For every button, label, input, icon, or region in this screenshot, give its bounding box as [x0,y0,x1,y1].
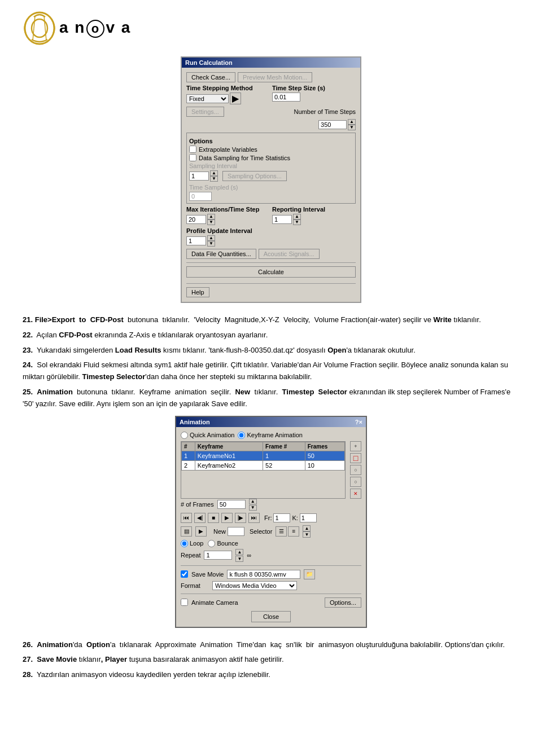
table-row[interactable]: 1 KeyframeNo1 1 50 [182,451,345,460]
quick-animation-radio-label[interactable]: Quick Animation [181,432,234,439]
selector-icons: ☰ ≡ [276,526,299,537]
sampling-options-button[interactable]: Sampling Options... [222,171,287,181]
new-label: New [213,528,226,535]
animate-camera-checkbox[interactable] [181,599,188,606]
profile-update-input[interactable] [186,236,206,245]
time-stepping-arrow[interactable]: ▶ [230,93,241,104]
check-case-button[interactable]: Check Case... [186,72,235,82]
fast-forward-button[interactable]: ⏭ [248,513,260,523]
col-frames: Frames [305,442,344,451]
remaining-paragraphs: 26. Animation'da Option'a tıklanarak App… [23,639,519,681]
quick-animation-radio[interactable] [181,432,188,439]
options-label: Options [189,138,353,144]
data-file-quantities-button[interactable]: Data File Quantities... [186,249,256,259]
selector-up[interactable]: ▲ [303,525,311,531]
max-iter-up[interactable]: ▲ [207,214,215,219]
logo-letter-n: n [75,19,85,37]
sampling-up-arrow[interactable]: ▲ [210,170,218,176]
table-row[interactable]: 2 KeyframeNo2 52 10 [182,460,345,470]
repeat-input[interactable] [204,551,232,560]
repeat-down[interactable]: ▼ [235,556,243,562]
time-steps-up-arrow[interactable]: ▲ [348,119,356,125]
extrapolate-checkbox[interactable] [189,146,196,153]
close-button[interactable]: Close [251,611,291,622]
time-stepping-select[interactable]: Fixed [186,94,229,103]
sampling-interval-input[interactable] [189,172,209,181]
keyframe-animation-radio-label[interactable]: Keyframe Animation [238,432,302,439]
max-iter-input[interactable] [186,215,206,224]
selector-down[interactable]: ▼ [303,531,311,538]
profile-update-label: Profile Update Interval [186,227,356,234]
selector-icon-1[interactable]: ☰ [276,526,287,537]
paragraph-25: 25. Animation butonuna tıklanır. Keyfram… [23,386,519,410]
svg-point-0 [25,12,54,44]
profile-down[interactable]: ▼ [207,241,215,247]
loop-radio-label[interactable]: Loop [181,540,203,547]
save-movie-row: Save Movie 📁 [181,569,361,579]
row2-frames: 10 [305,460,344,470]
reporting-up[interactable]: ▲ [293,214,301,219]
new-keyframe-button[interactable]: + [350,441,361,451]
help-button[interactable]: Help [186,287,209,297]
text-paragraphs: 21. File>Export to CFD-Post butonuna tık… [23,314,519,410]
selector-label: Selector [250,528,272,535]
time-steps-down-arrow[interactable]: ▼ [348,125,356,130]
keyframe-table-container: # Keyframe Frame # Frames 1 KeyframeNo1 … [181,441,346,499]
logo-letter-a1: a [59,19,69,37]
browse-file-button[interactable]: 📁 [304,569,315,579]
k-input[interactable] [300,513,317,522]
keyframe-up-button[interactable]: ○ [350,465,361,475]
max-iter-down[interactable]: ▼ [207,219,215,225]
profile-up[interactable]: ▲ [207,235,215,241]
play-button[interactable]: ▶ [221,513,233,523]
run-calculation-screenshot: Run Calculation Check Case... Preview Me… [23,56,519,303]
preview-mesh-button[interactable]: Preview Mesh Motion... [238,72,312,82]
reporting-interval-input[interactable] [272,215,292,224]
step-forward-button[interactable]: |▶ [235,513,246,523]
keyframe-option-button[interactable]: ○ [350,477,361,487]
paragraph-22: 22. Açılan CFD-Post ekranında Z-Axis e t… [23,329,519,341]
extrapolate-label: Extrapolate Variables [199,146,257,153]
selector-icon-2[interactable]: ≡ [288,526,299,537]
frames-row: # of Frames ▲ ▼ [181,499,361,511]
save-filename-input[interactable] [227,570,300,579]
selector-arrows: ▲ ▼ [303,525,311,538]
step-back-button[interactable]: ◀| [194,513,206,523]
icon-btn-2[interactable]: ▶ [195,526,207,537]
bounce-radio-label[interactable]: Bounce [208,540,238,547]
frames-input[interactable] [217,500,246,509]
options-button[interactable]: Options... [325,597,361,608]
frames-down[interactable]: ▼ [249,505,257,511]
stop-button[interactable]: ■ [208,513,219,523]
bounce-radio[interactable] [208,540,215,547]
icon-btn-1[interactable]: ▤ [181,526,192,537]
time-step-size-label: Time Step Size (s) [272,85,356,91]
paragraph-21: 21. File>Export to CFD-Post butonuna tık… [23,314,519,326]
reporting-down[interactable]: ▼ [293,219,301,225]
logo: a n o v a [23,11,519,45]
acoustic-signals-button[interactable]: Acoustic Signals... [259,249,320,259]
new-input[interactable] [228,527,244,536]
repeat-label: Repeat [181,552,200,559]
animation-type-row: Quick Animation Keyframe Animation [181,432,361,439]
sampling-down-arrow[interactable]: ▼ [210,176,218,182]
data-sampling-checkbox[interactable] [189,154,196,161]
time-step-size-input[interactable] [272,93,300,102]
sampling-interval-label: Sampling Interval [189,162,353,169]
format-select[interactable]: Windows Media Video [212,581,297,590]
keyframe-animation-radio[interactable] [238,432,245,439]
fr-input[interactable] [273,513,290,522]
calculate-button[interactable]: Calculate [186,266,356,278]
keyframe-delete2-button[interactable]: ✕ [350,489,361,499]
rewind-button[interactable]: ⏮ [181,513,192,523]
delete-keyframe-button[interactable]: □ [350,453,361,463]
repeat-up[interactable]: ▲ [235,549,243,555]
time-sampled-input[interactable] [189,192,212,201]
num-time-steps-input[interactable] [318,120,347,129]
loop-radio[interactable] [181,540,188,547]
fr-k-row: Fr: K: [264,513,317,522]
frames-up[interactable]: ▲ [249,499,257,504]
paragraph-24: 24. Sol ekrandaki Fluid sekmesi altında … [23,359,519,383]
save-movie-checkbox[interactable] [181,570,188,578]
settings-button[interactable]: Settings... [186,107,224,117]
